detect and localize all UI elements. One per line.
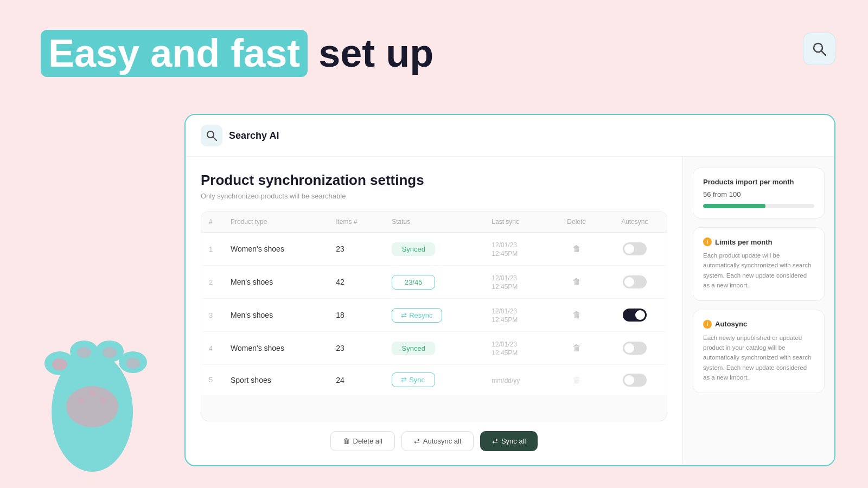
autosync-cell[interactable] (603, 266, 667, 299)
items-count-cell: 23 (328, 332, 384, 365)
autosync-toggle[interactable] (623, 309, 647, 322)
status-badge[interactable]: 23/45 (392, 275, 435, 290)
delete-all-button[interactable]: 🗑 Delete all (330, 431, 395, 451)
col-num: # (201, 211, 223, 233)
row-number: 1 (201, 233, 223, 266)
svg-point-12 (79, 397, 84, 403)
delete-cell[interactable]: 🗑 (551, 233, 603, 266)
products-table-container: # Product type Items # Status Last sync … (201, 211, 667, 421)
autosync-cell[interactable] (603, 365, 667, 395)
autosync-title: Autosync (715, 320, 747, 328)
product-type-cell: Men's shoes (223, 299, 328, 332)
card-body: Product synchronization settings Only sy… (186, 157, 834, 465)
autosync-all-button[interactable]: ⇄ Autosync all (401, 431, 474, 451)
sidebar: Products import per month 56 from 100 i … (682, 157, 834, 465)
sync-all-button[interactable]: ⇄ Sync all (480, 431, 538, 451)
limits-desc: Each product update will be automaticall… (703, 251, 814, 291)
card-header: Searchy AI (186, 115, 834, 157)
last-sync-cell: 12/01/2312:45PM (484, 332, 550, 365)
sync-all-label: Sync all (501, 437, 526, 445)
sync-icon: ⇄ (492, 437, 498, 445)
svg-point-8 (77, 347, 91, 358)
autosync-cell[interactable] (603, 299, 667, 332)
table-row: 4Women's shoes23Synced12/01/2312:45PM🗑 (201, 332, 667, 365)
status-cell[interactable]: 23/45 (384, 266, 484, 299)
items-count-cell: 18 (328, 299, 384, 332)
autosync-cell[interactable] (603, 332, 667, 365)
svg-point-13 (100, 397, 106, 403)
hero-section: Easy and fast set up (41, 30, 433, 77)
progress-bar-background (703, 204, 814, 208)
limits-card: i Limits per month Each product update w… (693, 227, 825, 301)
page-title: Product synchronization settings (201, 172, 667, 189)
progress-bar-fill (703, 204, 765, 208)
table-row: 3Men's shoes18⇄Resync12/01/2312:45PM🗑 (201, 299, 667, 332)
products-table: # Product type Items # Status Last sync … (201, 211, 667, 395)
autosync-desc: Each newly unpublished or updated produc… (703, 333, 814, 383)
col-delete: Delete (551, 211, 603, 233)
bottom-actions: 🗑 Delete all ⇄ Autosync all ⇄ Sync all (201, 421, 667, 454)
delete-cell[interactable]: 🗑 (551, 365, 603, 395)
delete-cell[interactable]: 🗑 (551, 299, 603, 332)
paw-illustration (33, 293, 152, 477)
autosync-toggle[interactable] (623, 374, 647, 387)
status-badge[interactable]: ⇄Resync (392, 308, 442, 323)
trash-icon: 🗑 (343, 437, 350, 445)
app-logo (201, 125, 222, 146)
product-type-cell: Women's shoes (223, 233, 328, 266)
autosync-cell[interactable] (603, 233, 667, 266)
svg-point-14 (90, 390, 95, 396)
table-row: 5Sport shoes24⇄Syncmm/dd/yy🗑 (201, 365, 667, 395)
last-sync-cell: 12/01/2312:45PM (484, 266, 550, 299)
delete-cell[interactable]: 🗑 (551, 332, 603, 365)
app-icon-button[interactable] (803, 33, 835, 65)
items-count-cell: 23 (328, 233, 384, 266)
import-title: Products import per month (703, 178, 814, 186)
autosync-card: i Autosync Each newly unpublished or upd… (693, 310, 825, 393)
status-cell[interactable]: Synced (384, 332, 484, 365)
svg-line-16 (213, 137, 216, 140)
last-sync-cell: 12/01/2312:45PM (484, 233, 550, 266)
col-items: Items # (328, 211, 384, 233)
import-count: 56 from 100 (703, 190, 814, 198)
autosync-toggle[interactable] (623, 242, 647, 255)
status-cell[interactable]: ⇄Sync (384, 365, 484, 395)
last-sync-cell: mm/dd/yy (484, 365, 550, 395)
status-cell[interactable]: Synced (384, 233, 484, 266)
search-icon (810, 40, 828, 57)
row-number: 4 (201, 332, 223, 365)
svg-line-1 (821, 51, 826, 55)
items-count-cell: 42 (328, 266, 384, 299)
col-status: Status (384, 211, 484, 233)
delete-row-button[interactable]: 🗑 (568, 341, 585, 355)
limits-title: Limits per month (715, 238, 772, 246)
import-card: Products import per month 56 from 100 (693, 168, 825, 219)
hero-highlight-text: Easy and fast (41, 30, 308, 77)
app-name: Searchy AI (229, 130, 279, 142)
main-card: Searchy AI Product synchronization setti… (184, 114, 835, 466)
status-cell[interactable]: ⇄Resync (384, 299, 484, 332)
delete-all-label: Delete all (353, 437, 382, 445)
delete-row-button[interactable]: 🗑 (568, 275, 585, 289)
autosync-all-label: Autosync all (423, 437, 461, 445)
autosync-toggle[interactable] (623, 275, 647, 288)
main-content: Product synchronization settings Only sy… (186, 157, 682, 465)
delete-row-button[interactable]: 🗑 (568, 373, 585, 387)
svg-point-7 (52, 358, 67, 370)
last-sync-cell: 12/01/2312:45PM (484, 299, 550, 332)
import-label: 56 from 100 (703, 190, 741, 198)
delete-row-button[interactable]: 🗑 (568, 308, 585, 322)
col-autosync: Autosync (603, 211, 667, 233)
status-badge[interactable]: Synced (392, 342, 435, 355)
page-subtitle: Only synchronized products will be searc… (201, 192, 667, 200)
status-badge[interactable]: ⇄Sync (392, 373, 435, 387)
hero-plain-text: set up (308, 31, 433, 75)
status-badge[interactable]: Synced (392, 242, 435, 256)
items-count-cell: 24 (328, 365, 384, 395)
autosync-icon: ⇄ (414, 437, 420, 445)
delete-cell[interactable]: 🗑 (551, 266, 603, 299)
delete-row-button[interactable]: 🗑 (568, 242, 585, 256)
svg-point-10 (126, 358, 140, 369)
autosync-toggle[interactable] (623, 342, 647, 355)
autosync-info-icon: i (703, 320, 712, 329)
